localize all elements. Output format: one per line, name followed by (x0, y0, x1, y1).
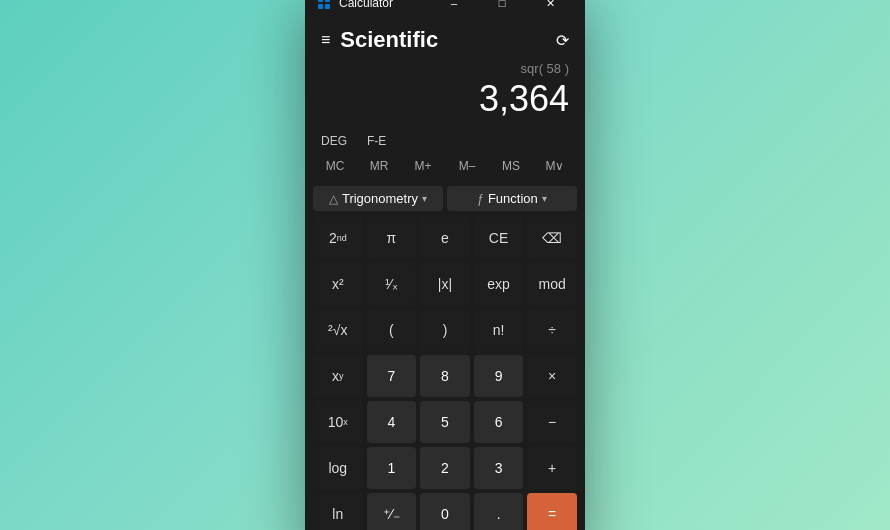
sign-button[interactable]: ⁺∕₋ (367, 493, 417, 530)
mminus-button[interactable]: M– (445, 156, 489, 176)
multiply-button[interactable]: × (527, 355, 577, 397)
5-button[interactable]: 5 (420, 401, 470, 443)
title-bar: Calculator – □ ✕ (305, 0, 585, 19)
lparen-button[interactable]: ( (367, 309, 417, 351)
function-dropdown[interactable]: ƒ Function ▾ (447, 186, 577, 211)
trig-icon: △ (329, 192, 338, 206)
mode-row: DEG F-E (305, 128, 585, 154)
2-button[interactable]: 2 (420, 447, 470, 489)
trigonometry-dropdown[interactable]: △ Trigonometry ▾ (313, 186, 443, 211)
history-icon[interactable]: ⟳ (556, 31, 569, 50)
trig-chevron-icon: ▾ (422, 193, 427, 204)
buttons-grid: 2nd π e CE ⌫ x² ¹⁄ₓ |x| exp mod ²√x ( ) … (305, 217, 585, 530)
0-button[interactable]: 0 (420, 493, 470, 530)
close-button[interactable]: ✕ (527, 0, 573, 19)
display-area: sqr( 58 ) 3,364 (305, 57, 585, 128)
mr-button[interactable]: MR (357, 156, 401, 176)
function-row: △ Trigonometry ▾ ƒ Function ▾ (305, 182, 585, 217)
display-value: 3,364 (321, 78, 569, 120)
backspace-button[interactable]: ⌫ (527, 217, 577, 259)
1-button[interactable]: 1 (367, 447, 417, 489)
decimal-button[interactable]: . (474, 493, 524, 530)
e-button[interactable]: e (420, 217, 470, 259)
svg-rect-3 (325, 4, 330, 9)
reciprocal-button[interactable]: ¹⁄ₓ (367, 263, 417, 305)
2nd-button[interactable]: 2nd (313, 217, 363, 259)
mc-button[interactable]: MC (313, 156, 357, 176)
sqrt-button[interactable]: ²√x (313, 309, 363, 351)
add-button[interactable]: + (527, 447, 577, 489)
svg-rect-2 (318, 4, 323, 9)
6-button[interactable]: 6 (474, 401, 524, 443)
calculator-window: Calculator – □ ✕ ≡ Scientific ⟳ sqr( 58 … (305, 0, 585, 530)
display-expression: sqr( 58 ) (321, 61, 569, 76)
app-title: Scientific (340, 27, 438, 53)
svg-rect-0 (318, 0, 323, 2)
mplus-button[interactable]: M+ (401, 156, 445, 176)
abs-button[interactable]: |x| (420, 263, 470, 305)
svg-rect-1 (325, 0, 330, 2)
minimize-button[interactable]: – (431, 0, 477, 19)
window-controls: – □ ✕ (431, 0, 573, 19)
fe-button[interactable]: F-E (363, 132, 390, 150)
log-button[interactable]: log (313, 447, 363, 489)
func-icon: ƒ (477, 192, 484, 206)
func-label: Function (488, 191, 538, 206)
memory-row: MC MR M+ M– MS M∨ (305, 154, 585, 182)
factorial-button[interactable]: n! (474, 309, 524, 351)
ms-button[interactable]: MS (489, 156, 533, 176)
func-chevron-icon: ▾ (542, 193, 547, 204)
app-header: ≡ Scientific ⟳ (305, 19, 585, 57)
exp-button[interactable]: exp (474, 263, 524, 305)
equals-button[interactable]: = (527, 493, 577, 530)
mod-button[interactable]: mod (527, 263, 577, 305)
ce-button[interactable]: CE (474, 217, 524, 259)
ln-button[interactable]: ln (313, 493, 363, 530)
maximize-button[interactable]: □ (479, 0, 525, 19)
subtract-button[interactable]: − (527, 401, 577, 443)
xsquared-button[interactable]: x² (313, 263, 363, 305)
window-title: Calculator (339, 0, 423, 10)
divide-button[interactable]: ÷ (527, 309, 577, 351)
header-left: ≡ Scientific (321, 27, 438, 53)
mv-button[interactable]: M∨ (533, 156, 577, 176)
3-button[interactable]: 3 (474, 447, 524, 489)
4-button[interactable]: 4 (367, 401, 417, 443)
app-icon (317, 0, 331, 10)
7-button[interactable]: 7 (367, 355, 417, 397)
10x-button[interactable]: 10x (313, 401, 363, 443)
9-button[interactable]: 9 (474, 355, 524, 397)
xy-button[interactable]: xy (313, 355, 363, 397)
rparen-button[interactable]: ) (420, 309, 470, 351)
deg-button[interactable]: DEG (317, 132, 351, 150)
pi-button[interactable]: π (367, 217, 417, 259)
8-button[interactable]: 8 (420, 355, 470, 397)
menu-icon[interactable]: ≡ (321, 31, 330, 49)
trig-label: Trigonometry (342, 191, 418, 206)
